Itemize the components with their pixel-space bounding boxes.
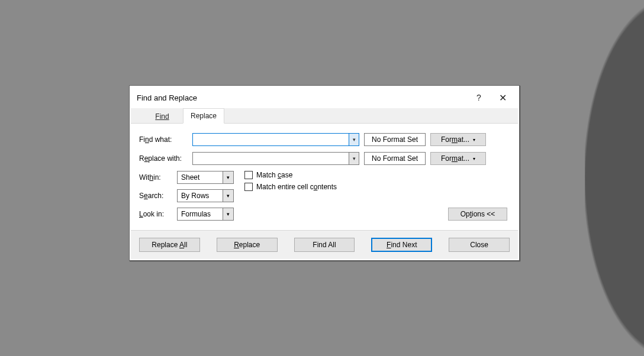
within-value: Sheet: [178, 171, 223, 183]
find-replace-dialog: Find and Replace ? ✕ Find Replace Find w…: [129, 85, 520, 261]
find-format-button[interactable]: Format... ▾: [430, 133, 486, 146]
find-what-input[interactable]: [192, 133, 349, 146]
find-all-button[interactable]: Find All: [294, 238, 355, 252]
lookin-select[interactable]: Formulas ▾: [177, 208, 234, 221]
chevron-down-icon: ▾: [223, 190, 233, 202]
tab-find-label: Find: [155, 112, 169, 121]
chevron-down-icon: ▾: [353, 137, 356, 143]
replace-format-preview: No Format Set: [364, 152, 426, 165]
tab-bar: Find Replace: [131, 108, 518, 124]
button-bar: Replace All Replace Find All Find Next C…: [131, 230, 518, 259]
chevron-down-icon: ▾: [223, 171, 233, 183]
find-format-preview: No Format Set: [364, 133, 426, 146]
tab-find[interactable]: Find: [141, 108, 183, 124]
match-entire-checkbox[interactable]: [244, 183, 253, 191]
within-select[interactable]: Sheet ▾: [177, 171, 234, 184]
search-select[interactable]: By Rows ▾: [177, 189, 234, 202]
close-window-button[interactable]: ✕: [491, 89, 514, 106]
lookin-label: Look in:: [139, 210, 172, 218]
chevron-down-icon: ▾: [473, 156, 475, 161]
dialog-title: Find and Replace: [137, 93, 467, 102]
replace-button[interactable]: Replace: [217, 238, 278, 252]
match-case-checkbox[interactable]: [244, 171, 253, 179]
match-case-row[interactable]: Match case: [244, 171, 337, 179]
find-what-dropdown-btn[interactable]: ▾: [349, 133, 359, 146]
dialog-content: Find what: ▾ No Format Set Format... ▾: [131, 124, 518, 230]
replace-all-button[interactable]: Replace All: [139, 238, 200, 252]
find-what-label: Find what:: [139, 135, 188, 144]
find-what-combo: ▾: [192, 133, 359, 146]
replace-with-dropdown-btn[interactable]: ▾: [349, 152, 359, 165]
tab-replace[interactable]: Replace: [183, 108, 224, 124]
replace-with-input[interactable]: [192, 152, 349, 165]
chevron-down-icon: ▾: [353, 156, 356, 161]
match-case-label: Match case: [256, 171, 292, 179]
tab-replace-label: Replace: [191, 112, 217, 120]
replace-with-combo: ▾: [192, 152, 359, 165]
search-value: By Rows: [178, 190, 223, 202]
replace-with-label: Replace with:: [139, 154, 188, 163]
dialog-titlebar: Find and Replace ? ✕: [131, 87, 518, 108]
chevron-down-icon: ▾: [223, 208, 233, 220]
match-entire-row[interactable]: Match entire cell contents: [244, 183, 337, 191]
match-entire-label: Match entire cell contents: [256, 183, 337, 191]
search-label: Search:: [139, 192, 172, 200]
help-button[interactable]: ?: [467, 89, 491, 106]
chevron-down-icon: ▾: [473, 137, 475, 143]
within-label: Within:: [139, 173, 172, 182]
close-button[interactable]: Close: [449, 238, 510, 252]
lookin-value: Formulas: [178, 208, 223, 220]
options-toggle-button[interactable]: Options <<: [448, 208, 507, 221]
replace-format-button[interactable]: Format... ▾: [430, 152, 486, 165]
find-next-button[interactable]: Find Next: [371, 238, 432, 252]
